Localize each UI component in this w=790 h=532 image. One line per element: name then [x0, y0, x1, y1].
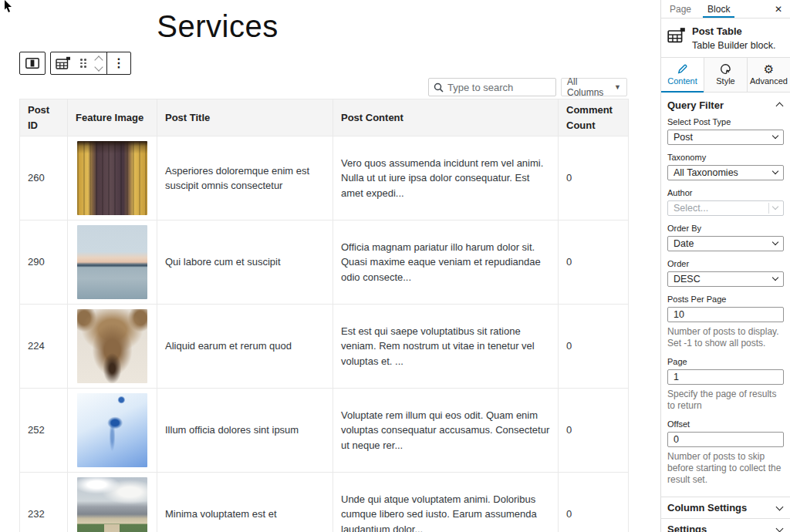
block-card-title: Post Table [692, 25, 775, 39]
order-by-value: Date [674, 238, 694, 249]
options-button[interactable]: ⋮ [107, 52, 130, 74]
tab-advanced-label: Advanced [750, 76, 788, 86]
post-type-value: Post [674, 132, 693, 143]
feature-image [77, 477, 147, 532]
column-filter-value: All Columns [567, 76, 614, 98]
posts-per-page-input[interactable] [667, 307, 784, 322]
panel-column-settings[interactable]: Column Settings [661, 497, 790, 518]
cell-post-title: Asperiores doloremque enim est suscipit … [157, 136, 333, 221]
gear-icon: ⚙ [764, 63, 774, 75]
chevron-down-icon [776, 524, 784, 532]
page-input[interactable] [667, 369, 784, 385]
author-select[interactable]: Select... [667, 200, 784, 216]
feature-image [77, 393, 147, 467]
chevron-down-icon [772, 204, 778, 210]
offset-input[interactable] [667, 432, 784, 447]
author-placeholder: Select... [674, 203, 708, 214]
field-label: Order [667, 259, 784, 268]
parent-block-button[interactable] [20, 52, 45, 74]
block-toolbar: ⋮ [19, 52, 131, 75]
cell-post-content: Unde qui atque voluptatem animi. Dolorib… [333, 473, 559, 532]
field-label: Offset [667, 419, 784, 429]
post-table-block-button[interactable] [51, 52, 76, 74]
cell-post-title: Minima voluptatem est et [157, 473, 333, 532]
table-search [428, 78, 556, 96]
cell-post-id: 260 [20, 136, 68, 221]
feature-image [77, 141, 147, 215]
field-label: Taxonomy [667, 153, 784, 162]
field-label: Select Post Type [667, 117, 784, 126]
column-block-icon [25, 58, 39, 69]
select-divider [768, 203, 769, 214]
feature-image [77, 309, 147, 383]
drag-handle[interactable] [76, 52, 91, 74]
tab-content[interactable]: Content [661, 58, 704, 92]
cell-post-id: 290 [20, 221, 68, 305]
table-row: 260 Asperiores doloremque enim est susci… [20, 136, 629, 221]
cell-post-title: Qui labore cum et suscipit [157, 221, 333, 305]
feature-image [77, 225, 147, 299]
tab-style-label: Style [716, 76, 734, 86]
cell-post-id: 224 [20, 305, 68, 389]
sidebar-tabs: Content Style ⚙ Advanced [661, 58, 790, 93]
tab-page[interactable]: Page [668, 0, 693, 18]
field-label: Author [667, 188, 784, 197]
styles-icon [720, 63, 731, 75]
column-filter-select[interactable]: All Columns ▼ [561, 78, 627, 96]
chevron-down-icon [772, 274, 778, 281]
cell-post-content: Officia magnam pariatur illo harum dolor… [333, 221, 559, 305]
table-row: 252 Illum officia dolores sint ipsum Vol… [20, 389, 629, 473]
cell-post-content: Est est qui saepe voluptatibus sit ratio… [333, 305, 559, 389]
block-card-description: Table Builder block. [692, 40, 775, 51]
search-input[interactable] [447, 82, 551, 93]
tab-advanced[interactable]: ⚙ Advanced [748, 58, 790, 92]
tab-block[interactable]: Block [706, 0, 731, 18]
cell-comment-count: 0 [559, 473, 629, 532]
block-movers[interactable] [91, 52, 106, 74]
panel-label: Settings [667, 524, 707, 532]
pencil-icon [677, 63, 688, 75]
help-text: Number of posts to skip before starting … [667, 451, 784, 486]
post-type-select[interactable]: Post [667, 130, 784, 145]
cell-post-title: Illum officia dolores sint ipsum [157, 389, 333, 473]
chevron-down-icon [776, 503, 784, 510]
field-label: Posts Per Page [667, 295, 784, 304]
panel-label: Column Settings [667, 502, 747, 513]
page-title[interactable]: Services [0, 9, 435, 44]
collapsed-panels: Column Settings Settings Pagination Sear… [661, 497, 790, 532]
close-sidebar-button[interactable]: ✕ [771, 0, 785, 18]
cell-comment-count: 0 [559, 136, 629, 221]
cell-post-title: Aliquid earum et rerum quod [157, 305, 333, 389]
order-value: DESC [674, 274, 701, 285]
order-select[interactable]: DESC [667, 271, 784, 287]
header-post-content: Post Content [333, 99, 559, 136]
field-label: Page [667, 357, 784, 366]
table-header-row: Post ID Feature Image Post Title Post Co… [20, 99, 629, 136]
header-post-title: Post Title [157, 99, 333, 136]
post-table-block-icon [667, 27, 686, 44]
table-row: 224 Aliquid earum et rerum quod Est est … [20, 305, 629, 389]
cell-post-content: Vero quos assumenda incidunt rem vel ani… [333, 136, 559, 221]
taxonomy-select[interactable]: All Taxonomies [667, 165, 784, 180]
query-filter-panel-header[interactable]: Query Filter [661, 93, 790, 117]
cell-comment-count: 0 [559, 389, 629, 473]
panel-settings[interactable]: Settings [661, 518, 790, 532]
drag-handle-icon [80, 59, 86, 68]
block-card: Post Table Table Builder block. [661, 19, 790, 58]
chevron-up-icon [776, 103, 784, 110]
cell-post-content: Voluptate rem illum qui eos odit. Quam e… [333, 389, 559, 473]
header-comment-count: Comment Count [559, 99, 629, 136]
field-label: Order By [667, 224, 784, 233]
settings-sidebar: Page Block ✕ Post Table Table Builder bl… [660, 0, 790, 532]
chevron-down-icon [772, 168, 778, 174]
sidebar-top-tabs: Page Block ✕ [661, 0, 790, 19]
query-filter-title: Query Filter [667, 99, 724, 111]
header-feature-image: Feature Image [68, 99, 157, 136]
cell-comment-count: 0 [559, 305, 629, 389]
tab-style[interactable]: Style [704, 58, 748, 92]
move-down-icon [94, 62, 103, 71]
editor-canvas: Services [0, 0, 660, 532]
help-text: Specify the page of results to return [667, 389, 784, 412]
help-text: Number of posts to display. Set -1 to sh… [667, 326, 784, 349]
order-by-select[interactable]: Date [667, 236, 784, 251]
